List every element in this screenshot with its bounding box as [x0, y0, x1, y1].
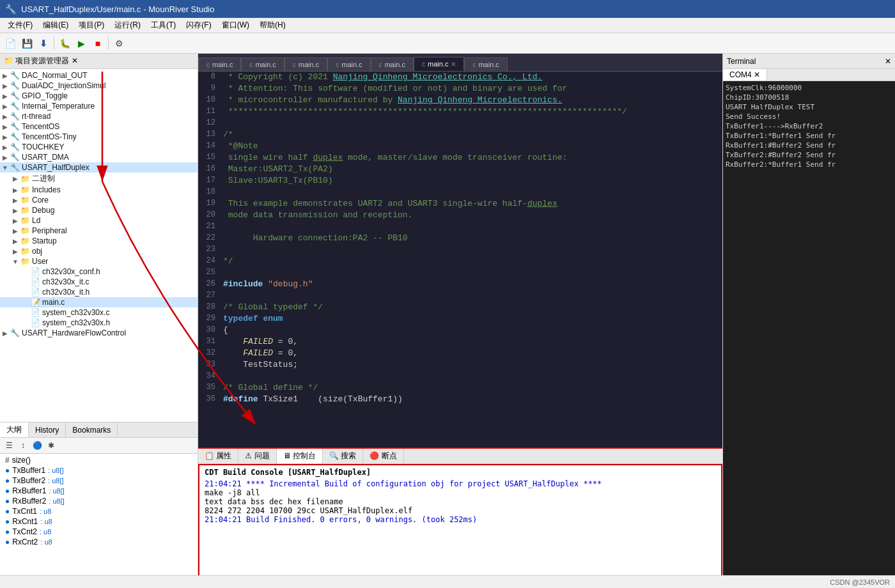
outline-content[interactable]: #size()●TxBuffer1: u8[]●TxBuffer2: u8[]●… [0, 454, 198, 588]
tree-item-TencentOS[interactable]: ▶🔧TencentOS [0, 121, 198, 132]
menu-item-闪存(F)[interactable]: 闪存(F) [181, 19, 216, 32]
editor-tabs[interactable]: cmain.ccmain.ccmain.ccmain.ccmain.ccmain… [198, 54, 722, 72]
outline-btn3[interactable]: 🔵 [31, 439, 43, 452]
menu-item-帮助(H)[interactable]: 帮助(H) [254, 19, 291, 32]
tree-item-ch32v30x_it.c[interactable]: 📄ch32v30x_it.c [0, 277, 198, 287]
line-content[interactable]: * Copyright (c) 2021 Nanjing Qinheng Mic… [221, 72, 722, 82]
editor-tab-0[interactable]: cmain.c [198, 58, 241, 71]
line-content[interactable]: FAILED = 0, [221, 348, 722, 358]
line-content[interactable]: /* Global define */ [221, 382, 722, 392]
line-content[interactable]: *@Note [221, 141, 722, 151]
tree-item-DAC_Normal_OUT[interactable]: ▶🔧DAC_Normal_OUT [0, 70, 198, 81]
tree-item-Startup[interactable]: ▶📁Startup [0, 236, 198, 246]
outline-btn4[interactable]: ✱ [45, 439, 58, 452]
bottom-tab-search[interactable]: 🔍 搜索 [323, 449, 363, 463]
tree-item-Includes[interactable]: ▶📁Includes [0, 185, 198, 195]
tree-item-system_ch32v30x.c[interactable]: 📄system_ch32v30x.c [0, 307, 198, 318]
line-content[interactable]: #define TxSize1 (size(TxBuffer1)) [221, 394, 722, 404]
menu-item-运行(R)[interactable]: 运行(R) [109, 19, 146, 32]
line-content[interactable]: { [221, 325, 722, 335]
line-content[interactable] [221, 267, 722, 268]
outline-btn1[interactable]: ☰ [3, 439, 15, 452]
tree-item-USART_HardwareFlowControl[interactable]: ▶🔧USART_HardwareFlowControl [0, 328, 198, 338]
line-content[interactable] [221, 221, 722, 222]
menu-item-编辑(E)[interactable]: 编辑(E) [38, 19, 74, 32]
line-content[interactable]: Master:USART2_Tx(PA2) [221, 164, 722, 174]
line-content[interactable]: /* Global typedef */ [221, 302, 722, 312]
tree-item-main.c[interactable]: 📝main.c [0, 297, 198, 307]
tree-item-Ld[interactable]: ▶📁Ld [0, 215, 198, 226]
line-content[interactable]: Hardware connection:PA2 -- PB10 [221, 233, 722, 243]
line-content[interactable]: * Attention: This software (modified or … [221, 83, 722, 93]
terminal-tab-com4[interactable]: COM4 ✕ [723, 69, 767, 81]
tree-item-Peripheral[interactable]: ▶📁Peripheral [0, 226, 198, 236]
outline-item-RxBuffer2[interactable]: ●RxBuffer2: u8[] [0, 496, 198, 506]
toolbar-stop[interactable]: ■ [90, 36, 105, 51]
menu-item-窗口(W)[interactable]: 窗口(W) [217, 19, 254, 32]
outline-item-RxBuffer1[interactable]: ●RxBuffer1: u8[] [0, 486, 198, 496]
tree-item-DualADC_InjectionSimul[interactable]: ▶🔧DualADC_InjectionSimul [0, 81, 198, 91]
tree-item-Core[interactable]: ▶📁Core [0, 195, 198, 205]
bottom-tab-props[interactable]: 📋 属性 [198, 449, 238, 463]
tree-item-User[interactable]: ▼📁User [0, 256, 198, 267]
editor-tab-6[interactable]: cmain.c [464, 58, 507, 71]
outline-item-TxBuffer2[interactable]: ●TxBuffer2: u8[] [0, 476, 198, 486]
line-content[interactable] [221, 118, 722, 118]
toolbar-run[interactable]: ▶ [74, 36, 89, 51]
line-content[interactable]: #include "debug.h" [221, 279, 722, 289]
line-content[interactable]: mode data transmission and reception. [221, 210, 722, 220]
tree-item-ch32v30x_it.h[interactable]: 📄ch32v30x_it.h [0, 287, 198, 297]
outline-item-RxCnt1[interactable]: ●RxCnt1: u8 [0, 516, 198, 527]
tree-item-ch32v30x_conf.h[interactable]: 📄ch32v30x_conf.h [0, 267, 198, 277]
line-content[interactable]: Slave:USART3_Tx(PB10) [221, 175, 722, 185]
tree-item-TencentOS-Tiny[interactable]: ▶🔧TencentOS-Tiny [0, 132, 198, 142]
toolbar-settings[interactable]: ⚙ [111, 36, 127, 51]
tree-item-二进制[interactable]: ▶📁二进制 [0, 173, 198, 185]
toolbar-save[interactable]: 💾 [19, 36, 35, 51]
line-content[interactable]: */ [221, 256, 722, 266]
tab-bookmarks[interactable]: Bookmarks [66, 422, 118, 437]
bottom-tab-breakpoints[interactable]: 🔴 断点 [363, 449, 403, 463]
line-content[interactable]: ****************************************… [221, 106, 722, 116]
outline-item-size()[interactable]: #size() [0, 455, 198, 465]
tree-item-obj[interactable]: ▶📁obj [0, 246, 198, 256]
editor-tab-1[interactable]: cmain.c [241, 58, 284, 71]
line-content[interactable]: FAILED = 0, [221, 336, 722, 346]
editor-tab-4[interactable]: cmain.c [371, 58, 414, 71]
menu-item-项目(P)[interactable]: 项目(P) [74, 19, 109, 32]
line-content[interactable] [221, 187, 722, 187]
editor-tab-5[interactable]: cmain.c ✕ [414, 57, 464, 71]
line-content[interactable]: single wire half duplex mode, master/sla… [221, 152, 722, 162]
tree-item-system_ch32v30x.h[interactable]: 📄system_ch32v30x.h [0, 318, 198, 328]
tree-item-Debug[interactable]: ▶📁Debug [0, 205, 198, 215]
line-content[interactable] [221, 371, 722, 371]
tree-item-USART_DMA[interactable]: ▶🔧USART_DMA [0, 152, 198, 162]
line-content[interactable]: /* [221, 129, 722, 139]
tab-history[interactable]: History [29, 422, 66, 437]
line-content[interactable]: * microcontroller manufactured by Nanjin… [221, 95, 722, 105]
toolbar-new[interactable]: 📄 [3, 36, 18, 51]
editor-tab-3[interactable]: cmain.c [327, 58, 370, 71]
tree-item-USART_HalfDuplex[interactable]: ▼🔧USART_HalfDuplex [0, 162, 198, 173]
menu-item-工具(T)[interactable]: 工具(T) [146, 19, 181, 32]
toolbar-debug[interactable]: 🐛 [57, 36, 72, 51]
line-content[interactable]: TestStatus; [221, 359, 722, 369]
line-content[interactable]: typedef enum [221, 313, 722, 323]
tree-item-Internal_Temperature[interactable]: ▶🔧Internal_Temperature [0, 101, 198, 111]
outline-btn2[interactable]: ↕ [17, 439, 29, 452]
line-content[interactable]: This example demonstrates UART2 and USAR… [221, 198, 722, 208]
tree-item-rt-thread[interactable]: ▶🔧rt-thread [0, 111, 198, 121]
bottom-tab-console[interactable]: 🖥 控制台 [277, 449, 323, 463]
outline-item-RxCnt2[interactable]: ●RxCnt2: u8 [0, 537, 198, 547]
editor-tab-2[interactable]: cmain.c [284, 58, 327, 71]
line-content[interactable] [221, 290, 722, 291]
menu-item-文件(F)[interactable]: 文件(F) [3, 19, 38, 32]
tab-outline[interactable]: 大纲 [0, 422, 29, 437]
line-content[interactable] [221, 244, 722, 245]
tree-item-GPIO_Toggle[interactable]: ▶🔧GPIO_Toggle [0, 91, 198, 101]
project-tree[interactable]: ▶🔧DAC_Normal_OUT▶🔧DualADC_InjectionSimul… [0, 69, 198, 422]
outline-item-TxCnt2[interactable]: ●TxCnt2: u8 [0, 527, 198, 537]
tab-close-btn[interactable]: ✕ [451, 61, 456, 68]
bottom-tab-problems[interactable]: ⚠ 问题 [238, 449, 276, 463]
outline-item-TxCnt1[interactable]: ●TxCnt1: u8 [0, 506, 198, 516]
